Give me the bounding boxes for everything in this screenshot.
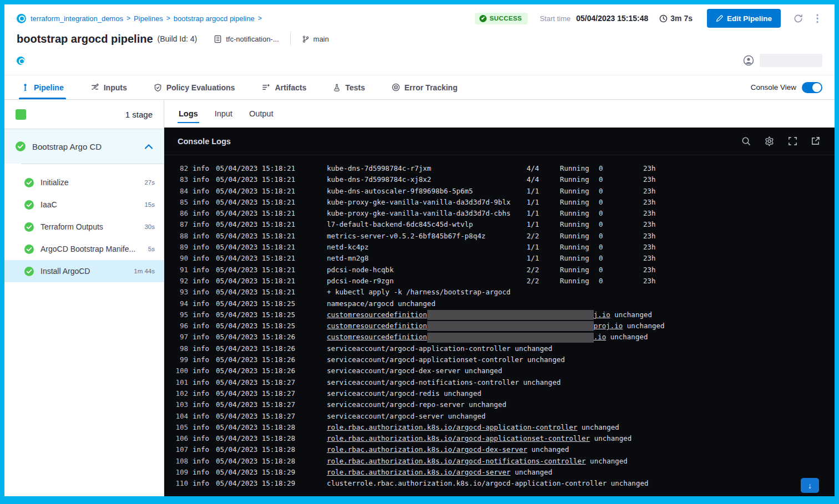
stage-row[interactable]: Bootstrap Argo CD — [4, 129, 164, 164]
repo-name: tfc-notification-... — [226, 35, 279, 43]
step-initialize[interactable]: Initialize 27s — [4, 171, 164, 194]
log-level: info — [193, 309, 211, 320]
log-timestamp: 05/04/2023 15:18:21 — [216, 163, 305, 174]
pod-name: netd-kc4pz — [327, 242, 527, 253]
log-line: 103 info 05/04/2023 15:18:27 serviceacco… — [173, 399, 835, 410]
tab-artifacts[interactable]: Artifacts — [259, 75, 309, 99]
log-search-button[interactable] — [741, 136, 751, 146]
log-line: 96 info 05/04/2023 15:18:25 customresour… — [173, 320, 835, 332]
tab-policy-evaluations[interactable]: Policy Evaluations — [151, 75, 237, 99]
log-text: unchanged — [623, 320, 664, 332]
edit-pipeline-button[interactable]: Edit Pipeline — [707, 9, 781, 28]
tab-output[interactable]: Output — [248, 100, 275, 128]
log-link[interactable]: role.rbac.authorization.k8s.io/argocd-ap… — [327, 433, 590, 444]
tab-logs[interactable]: Logs — [178, 100, 199, 128]
log-level: info — [193, 208, 211, 219]
log-line-number: 106 — [173, 433, 188, 444]
log-message: role.rbac.authorization.k8s.io/argocd-ap… — [327, 422, 835, 433]
scroll-to-bottom-button[interactable]: ↓ — [801, 478, 819, 493]
tab-inputs[interactable]: Inputs — [88, 75, 129, 99]
console-view-toggle[interactable] — [802, 82, 822, 93]
tab-input[interactable]: Input — [214, 100, 234, 128]
avatar[interactable] — [743, 55, 754, 66]
branch-info[interactable]: main — [302, 35, 329, 43]
log-line: 108 info 05/04/2023 15:18:28 role.rbac.a… — [173, 456, 835, 467]
log-link[interactable]: role.rbac.authorization.k8s.io/argocd-de… — [327, 444, 527, 455]
log-link[interactable]: role.rbac.authorization.k8s.io/argocd-se… — [327, 467, 511, 478]
log-line-number: 110 — [173, 478, 188, 489]
log-line-number: 90 — [173, 253, 188, 264]
pod-age: 23h — [643, 264, 656, 276]
tab-tests[interactable]: Tests — [331, 75, 367, 99]
log-link[interactable]: customresourcedefinition — [327, 332, 427, 343]
log-link[interactable]: role.rbac.authorization.k8s.io/argocd-no… — [327, 456, 586, 467]
log-link[interactable]: role.rbac.authorization.k8s.io/argocd-ap… — [327, 422, 578, 433]
log-settings-button[interactable] — [764, 136, 775, 146]
tab-pipeline[interactable]: Pipeline — [19, 75, 66, 99]
step-iaac[interactable]: IaaC 15s — [4, 194, 164, 216]
tab-error-tracking[interactable]: Error Tracking — [390, 75, 460, 99]
log-level: info — [193, 332, 211, 343]
pod-age: 23h — [643, 163, 656, 174]
log-timestamp: 05/04/2023 15:18:26 — [216, 365, 305, 376]
log-line-number: 98 — [173, 343, 188, 354]
log-level: info — [193, 399, 211, 410]
pod-restarts: 0 — [599, 264, 643, 276]
repo-info[interactable]: tfc-notification-... — [214, 35, 279, 43]
refresh-icon — [793, 13, 803, 24]
pod-name: pdcsi-node-hcqbk — [327, 264, 527, 276]
log-line-number: 84 — [173, 186, 188, 197]
more-options-button[interactable]: ⋮ — [812, 12, 822, 24]
refresh-button[interactable] — [793, 13, 803, 24]
arrow-down-icon: ↓ — [808, 481, 812, 490]
log-level: info — [193, 354, 211, 365]
divider — [290, 33, 291, 45]
log-timestamp: 05/04/2023 15:18:21 — [216, 242, 305, 253]
log-level: info — [193, 411, 211, 422]
pod-name: kube-dns-7d5998784c-xj8x2 — [327, 174, 527, 185]
log-fullscreen-button[interactable] — [788, 136, 797, 146]
log-open-external-button[interactable] — [811, 136, 820, 146]
log-link[interactable]: customresourcedefinition — [327, 309, 427, 320]
log-text: unchanged — [586, 456, 628, 467]
pod-status: Running — [560, 174, 599, 185]
module-icon[interactable] — [17, 57, 25, 65]
chevron-up-icon[interactable] — [145, 144, 153, 149]
log-level: info — [193, 197, 211, 208]
redacted-user-info — [760, 54, 822, 67]
log-line-number: 91 — [173, 264, 188, 276]
log-link[interactable]: .io — [594, 332, 606, 343]
step-success-icon — [24, 200, 34, 210]
execution-sidebar: 1 stage Bootstrap Argo CD Initialize 27s… — [4, 100, 164, 496]
log-link[interactable]: customresourcedefinition — [327, 320, 427, 332]
breadcrumb-pipeline[interactable]: bootstrap argocd pipeline — [174, 14, 255, 23]
log-line-number: 94 — [173, 298, 188, 309]
log-timestamp: 05/04/2023 15:18:21 — [216, 219, 305, 230]
log-line: 85 info 05/04/2023 15:18:21 kube-proxy-g… — [173, 197, 835, 208]
log-tabbar: Logs Input Output — [164, 100, 835, 128]
step-argocd-bootstrap-manifest[interactable]: ArgoCD Bootstrap Manife... 5s — [4, 238, 164, 260]
log-message: netd-kc4pz1/1Running023h — [327, 242, 835, 253]
log-link[interactable]: proj.io — [594, 320, 623, 332]
pod-ready: 4/4 — [527, 174, 560, 185]
pod-restarts: 0 — [599, 208, 643, 219]
step-list: Initialize 27s IaaC 15s Terraform Output… — [4, 164, 164, 282]
log-link[interactable]: j.io — [594, 309, 610, 320]
pod-ready: 1/1 — [527, 219, 560, 230]
log-line: 98 info 05/04/2023 15:18:26 serviceaccou… — [173, 343, 835, 354]
step-install-argocd[interactable]: Install ArgoCD 1m 44s — [4, 260, 164, 282]
log-line: 100 info 05/04/2023 15:18:26 serviceacco… — [173, 365, 835, 376]
log-message: role.rbac.authorization.k8s.io/argocd-se… — [327, 467, 835, 478]
step-terraform-outputs[interactable]: Terraform Outputs 30s — [4, 216, 164, 238]
log-message: serviceaccount/argocd-repo-server unchan… — [327, 399, 835, 410]
breadcrumb-project[interactable]: terraform_integration_demos — [31, 14, 123, 23]
success-check-icon: ✔ — [479, 15, 487, 22]
breadcrumb-pipelines[interactable]: Pipelines — [134, 14, 163, 23]
log-line-number: 103 — [173, 399, 188, 410]
redacted-block — [427, 310, 594, 320]
log-message: namespace/argocd unchanged — [327, 298, 835, 309]
log-timestamp: 05/04/2023 15:18:21 — [216, 231, 305, 242]
console-log-body[interactable]: 82 info 05/04/2023 15:18:21 kube-dns-7d5… — [164, 155, 835, 496]
pod-restarts: 0 — [599, 276, 643, 287]
pod-restarts: 0 — [599, 231, 643, 242]
